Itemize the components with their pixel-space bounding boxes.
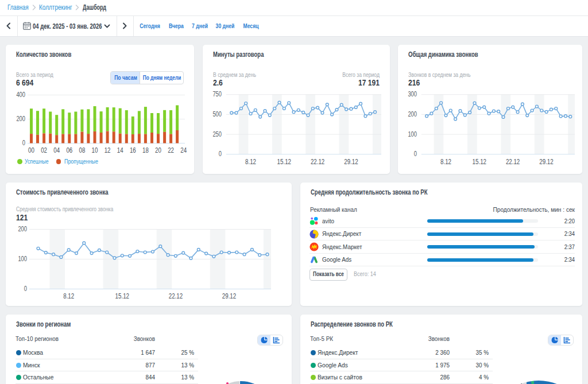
svg-text:0: 0 [22, 139, 25, 146]
svg-text:20: 20 [155, 146, 161, 153]
svg-text:29.12: 29.12 [344, 158, 358, 165]
svg-text:15.12: 15.12 [115, 292, 129, 300]
svg-text:00: 00 [28, 146, 34, 153]
svg-text:08: 08 [79, 146, 85, 153]
svg-text:29.12: 29.12 [539, 158, 553, 165]
svg-text:8.12: 8.12 [63, 292, 74, 300]
svg-text:24: 24 [180, 146, 187, 153]
svg-text:06: 06 [66, 146, 72, 153]
svg-text:500: 500 [212, 110, 222, 118]
svg-text:200: 200 [408, 110, 417, 118]
svg-text:22.12: 22.12 [310, 158, 324, 165]
svg-text:10: 10 [92, 146, 98, 153]
svg-text:300: 300 [408, 90, 417, 98]
svg-text:750: 750 [212, 90, 222, 98]
svg-text:400: 400 [16, 91, 25, 98]
svg-text:15.12: 15.12 [473, 158, 486, 165]
svg-text:22: 22 [168, 146, 174, 153]
svg-text:22.12: 22.12 [506, 158, 520, 165]
svg-text:16: 16 [130, 146, 136, 153]
svg-text:100: 100 [18, 255, 27, 262]
svg-text:8.12: 8.12 [245, 158, 256, 165]
svg-text:8.12: 8.12 [440, 158, 451, 165]
svg-text:29.12: 29.12 [222, 292, 236, 300]
svg-text:04: 04 [53, 146, 60, 153]
svg-text:250: 250 [212, 130, 222, 137]
svg-text:200: 200 [18, 225, 27, 232]
svg-text:12: 12 [105, 146, 111, 153]
svg-text:0: 0 [414, 150, 417, 157]
svg-text:15.12: 15.12 [277, 158, 291, 165]
svg-text:0: 0 [218, 150, 221, 157]
svg-text:18: 18 [142, 146, 149, 153]
svg-text:22.12: 22.12 [169, 292, 183, 300]
svg-text:200: 200 [16, 115, 25, 122]
svg-text:0: 0 [24, 285, 27, 292]
svg-text:02: 02 [41, 146, 47, 153]
svg-text:100: 100 [408, 130, 417, 137]
svg-text:14: 14 [117, 146, 123, 153]
